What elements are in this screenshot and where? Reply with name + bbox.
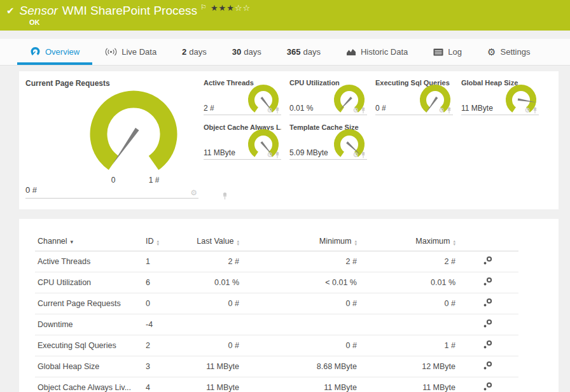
gauge-value: 0 #	[25, 185, 37, 195]
tab-label: Settings	[501, 47, 531, 57]
gauge-value: 0 #	[375, 104, 386, 113]
gauge-icon	[30, 46, 41, 57]
channel-id: 0	[143, 293, 178, 314]
channel-settings-icon[interactable]	[483, 361, 493, 370]
col-header-maximum[interactable]: Maximum▴▾	[359, 233, 458, 251]
tab-number: 365	[287, 47, 301, 57]
tab-log[interactable]: Log	[421, 39, 475, 65]
col-header-settings	[458, 233, 518, 251]
priority-stars[interactable]: ★★★☆☆	[211, 3, 251, 13]
channel-name[interactable]: CPU Utilization	[35, 272, 143, 293]
sensor-header: ✔ Sensor WMI SharePoint Process ⚐ ★★★☆☆ …	[0, 0, 570, 31]
tab-label: days	[244, 47, 261, 57]
pin-icon[interactable]	[447, 107, 452, 114]
tab-2-days[interactable]: 2days	[169, 39, 219, 65]
small-gauges-grid: Active Threads 2 # ⚙ CPU Utilization 0.0…	[204, 79, 551, 209]
channel-settings-icon[interactable]	[483, 382, 493, 391]
gauge-settings-icon[interactable]: ⚙	[352, 151, 359, 158]
channel-settings-icon[interactable]	[483, 256, 493, 265]
sort-icon: ▴▾	[157, 239, 160, 246]
priority-flag-icon[interactable]: ⚐	[200, 3, 207, 11]
sort-icon: ▴▾	[237, 239, 239, 246]
tab-label: Overview	[45, 47, 80, 57]
table-row[interactable]: Downtime -4	[35, 314, 518, 335]
table-row[interactable]: CPU Utilization 6 0.01 % < 0.01 % 0.01 %	[35, 272, 518, 293]
channel-last-value: 0 #	[178, 335, 242, 356]
gauge-settings-icon[interactable]: ⚙	[190, 189, 197, 197]
channel-settings-icon[interactable]	[483, 298, 493, 307]
stars-filled: ★★★	[211, 3, 235, 13]
gauge-value: 2 #	[204, 104, 214, 113]
channel-maximum: 0 #	[359, 293, 458, 314]
tab-365-days[interactable]: 365days	[274, 39, 333, 65]
col-header-last-value[interactable]: Last Value▴▾	[178, 233, 242, 251]
sort-icon: ▴▾	[354, 239, 357, 246]
tab-historic-data[interactable]: Historic Data	[333, 39, 421, 65]
tab-settings[interactable]: ⚙ Settings	[475, 39, 543, 65]
gauge-settings-icon[interactable]: ⚙	[267, 151, 273, 158]
col-header-channel[interactable]: Channel▾	[35, 233, 143, 251]
channel-settings-icon[interactable]	[483, 340, 493, 349]
channel-settings-icon[interactable]	[483, 277, 493, 286]
channel-name[interactable]: Global Heap Size	[35, 356, 143, 377]
sort-desc-icon: ▾	[71, 239, 74, 245]
channel-maximum: 12 MByte	[359, 356, 458, 377]
gauge-value: 11 MByte	[204, 148, 235, 157]
table-row[interactable]: Current Page Requests 0 0 # 0 # 0 #	[35, 293, 518, 314]
gauge-value: 5.09 MByte	[289, 148, 328, 157]
pin-icon[interactable]	[361, 107, 366, 114]
channel-name[interactable]: Downtime	[35, 314, 143, 335]
tab-live-data[interactable]: Live Data	[92, 39, 169, 65]
channel-id: 3	[143, 356, 178, 377]
col-header-id[interactable]: ID▴▾	[143, 233, 178, 251]
table-row[interactable]: Executing Sql Queries 2 0 # 0 # 1 #	[35, 335, 518, 356]
channel-id: 1	[143, 251, 178, 272]
gauge-scale-max: 1 #	[142, 176, 165, 185]
tab-30-days[interactable]: 30days	[219, 39, 274, 65]
channel-maximum: 1 #	[359, 335, 458, 356]
channel-name[interactable]: Executing Sql Queries	[35, 335, 143, 356]
live-data-icon	[105, 48, 117, 56]
pin-icon[interactable]	[361, 151, 366, 158]
channel-name[interactable]: Active Threads	[35, 251, 143, 272]
table-row[interactable]: Global Heap Size 3 11 MByte 8.68 MByte 1…	[35, 356, 518, 377]
channel-name[interactable]: Object Cache Always Liv...	[35, 377, 143, 392]
channel-minimum: < 0.01 %	[242, 272, 359, 293]
pin-icon[interactable]	[275, 151, 280, 158]
gauge-template-cache-size: Template Cache Size 5.09 MByte ⚙	[289, 123, 367, 160]
tab-label: days	[303, 47, 320, 57]
table-row[interactable]: Active Threads 1 2 # 2 # 2 #	[35, 251, 518, 272]
pin-icon[interactable]	[532, 107, 538, 114]
gear-icon: ⚙	[487, 47, 496, 57]
channel-id: 4	[143, 377, 178, 392]
gauge-settings-icon[interactable]: ⚙	[267, 107, 273, 114]
gauge-cpu-utilization: CPU Utilization 0.01 % ⚙	[289, 79, 367, 115]
pin-icon[interactable]	[275, 107, 280, 114]
log-icon	[433, 48, 443, 56]
gauge-global-heap-size: Global Heap Size 11 MByte ⚙	[461, 79, 539, 115]
page-title: WMI SharePoint Process	[62, 4, 197, 18]
gauge-scale-min: 0	[104, 176, 123, 185]
pin-icon[interactable]	[222, 192, 228, 200]
channel-table: Channel▾ ID▴▾ Last Value▴▾ Minimum▴▾ Max…	[35, 233, 518, 392]
channel-minimum: 0 #	[242, 293, 359, 314]
tab-overview[interactable]: Overview	[17, 39, 92, 65]
tab-label: Historic Data	[361, 47, 408, 57]
tab-number: 30	[232, 47, 241, 57]
channel-minimum: 8.68 MByte	[242, 356, 359, 377]
gauge-settings-icon[interactable]: ⚙	[438, 107, 445, 114]
channel-name[interactable]: Current Page Requests	[35, 293, 143, 314]
gauge-settings-icon[interactable]: ⚙	[352, 107, 359, 114]
channel-minimum: 0 #	[242, 335, 359, 356]
channel-minimum: 11 MByte	[242, 377, 359, 392]
gauge-current-page-requests: Current Page Requests 0 1 # 0 # ⚙	[25, 79, 198, 199]
col-header-minimum[interactable]: Minimum▴▾	[242, 233, 359, 251]
gauge-settings-icon[interactable]: ⚙	[524, 107, 531, 114]
table-row[interactable]: Object Cache Always Liv... 4 11 MByte 11…	[35, 377, 518, 392]
channel-settings-icon[interactable]	[483, 319, 493, 328]
gauge-executing-sql-queries: Executing Sql Queries 0 # ⚙	[375, 79, 453, 115]
main-gauge-dial	[57, 82, 210, 187]
overview-gauges-panel: Current Page Requests 0 1 # 0 # ⚙ Active…	[19, 71, 559, 209]
channel-id: 6	[143, 272, 178, 293]
sort-icon: ▴▾	[453, 239, 455, 246]
